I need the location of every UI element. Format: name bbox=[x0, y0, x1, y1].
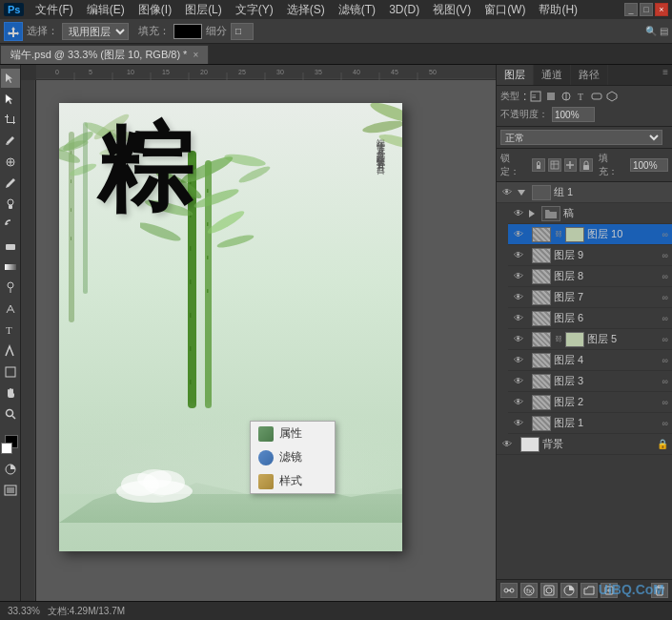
type-tool[interactable]: T bbox=[1, 320, 20, 340]
layer-row-5[interactable]: 👁 ⛓ 图层 5 ∞ bbox=[508, 329, 672, 350]
menu-help[interactable]: 帮助(H) bbox=[533, 1, 583, 19]
context-menu[interactable]: 属性 滤镜 样式 bbox=[250, 421, 336, 494]
restore-button[interactable]: □ bbox=[640, 3, 653, 16]
menu-window[interactable]: 窗口(W) bbox=[479, 1, 531, 19]
heal-tool[interactable] bbox=[1, 153, 20, 172]
layer-row-10[interactable]: 👁 ⛓ 图层 10 ∞ bbox=[508, 224, 672, 245]
layer-visibility-1[interactable]: 👁 bbox=[512, 417, 525, 430]
layer-visibility-3[interactable]: 👁 bbox=[512, 375, 525, 388]
paths-tab[interactable]: 路径 bbox=[571, 65, 608, 85]
new-group-button[interactable] bbox=[580, 583, 598, 598]
brush-tool[interactable] bbox=[1, 174, 20, 193]
lock-position-button[interactable] bbox=[564, 158, 578, 172]
kind-shape-icon[interactable] bbox=[591, 91, 602, 102]
svg-rect-66 bbox=[190, 313, 192, 318]
menu-type[interactable]: 文字(Y) bbox=[230, 1, 279, 19]
selection-tool[interactable] bbox=[1, 69, 20, 88]
new-layer-button[interactable] bbox=[601, 583, 618, 598]
doc-tab[interactable]: 端午.psd @ 33.3% (图层 10, RGB/8) * × bbox=[0, 45, 209, 64]
layer-visibility-gao[interactable]: 👁 bbox=[512, 207, 525, 220]
zoom-tool[interactable] bbox=[1, 404, 20, 424]
move-tool-icon[interactable] bbox=[4, 22, 23, 41]
layer-visibility-6[interactable]: 👁 bbox=[512, 312, 525, 325]
layer-row-1[interactable]: 👁 图层 1 ∞ bbox=[508, 413, 672, 434]
menu-file[interactable]: 文件(F) bbox=[30, 1, 78, 19]
dodge-tool[interactable] bbox=[1, 279, 20, 298]
canvas-area[interactable]: 0 5 10 15 20 25 30 35 40 bbox=[21, 65, 496, 601]
screen-mode-button[interactable] bbox=[1, 481, 20, 500]
lock-pixels-button[interactable] bbox=[532, 158, 545, 172]
shape-tool[interactable] bbox=[1, 362, 20, 382]
layer-visibility-bg[interactable]: 👁 bbox=[500, 438, 514, 451]
panel-menu-icon[interactable]: ≡ bbox=[659, 65, 672, 85]
color-swatch[interactable] bbox=[173, 24, 202, 39]
eraser-tool[interactable] bbox=[1, 237, 20, 256]
layer-row-6[interactable]: 👁 图层 6 ∞ bbox=[508, 308, 672, 329]
kind-smart-icon[interactable] bbox=[606, 91, 618, 102]
fill-input[interactable] bbox=[630, 158, 668, 172]
add-style-button[interactable]: fx bbox=[520, 583, 538, 598]
link-layers-button[interactable] bbox=[500, 583, 518, 598]
ctx-menu-properties[interactable]: 属性 bbox=[251, 422, 335, 445]
layer-visibility-9[interactable]: 👁 bbox=[512, 249, 525, 262]
close-button[interactable]: × bbox=[655, 3, 668, 16]
crop-tool[interactable] bbox=[1, 111, 20, 130]
new-fill-adjust-button[interactable] bbox=[560, 583, 578, 598]
hand-tool[interactable] bbox=[1, 383, 20, 403]
menu-select[interactable]: 选择(S) bbox=[281, 1, 331, 19]
add-mask-button[interactable] bbox=[540, 583, 558, 598]
layer-row-bg[interactable]: 👁 背景 🔒 bbox=[497, 434, 672, 455]
menu-view[interactable]: 视图(V) bbox=[427, 1, 477, 19]
menu-image[interactable]: 图像(I) bbox=[132, 1, 177, 19]
gradient-tool[interactable] bbox=[1, 258, 20, 277]
lock-all-button[interactable] bbox=[580, 158, 593, 172]
layer-row-2[interactable]: 👁 图层 2 ∞ bbox=[508, 392, 672, 413]
menu-edit[interactable]: 编辑(E) bbox=[81, 1, 131, 19]
document-canvas[interactable]: 粽 端午佳节龙舟竞渡粽叶飘香五月五日 bbox=[59, 103, 402, 551]
layer-visibility-8[interactable]: 👁 bbox=[512, 270, 525, 283]
lock-image-button[interactable] bbox=[548, 158, 561, 172]
layer-row-7[interactable]: 👁 图层 7 ∞ bbox=[508, 287, 672, 308]
eyedropper-tool[interactable] bbox=[1, 132, 20, 151]
layer-row-3[interactable]: 👁 图层 3 ∞ bbox=[508, 371, 672, 392]
foreground-color[interactable] bbox=[1, 435, 20, 454]
layer-visibility-group1[interactable]: 👁 bbox=[500, 186, 514, 199]
layers-tab[interactable]: 图层 bbox=[497, 65, 534, 85]
width-input[interactable] bbox=[231, 23, 254, 40]
menu-filter[interactable]: 滤镜(T) bbox=[333, 1, 381, 19]
search-icon[interactable]: 🔍 bbox=[645, 26, 657, 36]
fill-label: 填充： bbox=[599, 152, 627, 178]
layer-group-1[interactable]: 👁 组 1 bbox=[497, 182, 672, 203]
minimize-button[interactable]: _ bbox=[624, 3, 638, 16]
history-brush-tool[interactable] bbox=[1, 216, 20, 235]
layer-visibility-2[interactable]: 👁 bbox=[512, 396, 525, 409]
kind-pixel-icon[interactable] bbox=[545, 91, 557, 102]
layer-visibility-7[interactable]: 👁 bbox=[512, 291, 525, 304]
layer-visibility-10[interactable]: 👁 bbox=[512, 228, 525, 241]
layer-row-9[interactable]: 👁 图层 9 ∞ bbox=[508, 245, 672, 266]
kind-type-icon[interactable]: T bbox=[576, 91, 587, 102]
layer-visibility-4[interactable]: 👁 bbox=[512, 354, 525, 367]
channels-tab[interactable]: 通道 bbox=[534, 65, 571, 85]
blend-mode-select[interactable]: 正常 溶解 正片叠底 bbox=[500, 130, 662, 145]
quick-mask-button[interactable] bbox=[1, 460, 20, 479]
stamp-tool[interactable] bbox=[1, 195, 20, 214]
layer-row-8[interactable]: 👁 图层 8 ∞ bbox=[508, 266, 672, 287]
layer-visibility-5[interactable]: 👁 bbox=[512, 333, 525, 346]
kind-all-icon[interactable]: ≡ bbox=[530, 91, 541, 102]
menu-layer[interactable]: 图层(L) bbox=[179, 1, 228, 19]
layer-folder-gao[interactable]: 👁 稿 bbox=[508, 203, 672, 224]
pen-tool[interactable] bbox=[1, 300, 20, 319]
tab-close-button[interactable]: × bbox=[193, 50, 198, 60]
opacity-input[interactable] bbox=[552, 107, 595, 122]
delete-layer-button[interactable] bbox=[651, 583, 668, 598]
menu-3d[interactable]: 3D(D) bbox=[383, 2, 425, 17]
direct-select-tool[interactable] bbox=[1, 90, 20, 109]
path-select-tool[interactable] bbox=[1, 341, 20, 361]
select-dropdown[interactable]: 现用图层 bbox=[62, 23, 129, 40]
layer-row-4[interactable]: 👁 图层 4 ∞ bbox=[508, 350, 672, 371]
panel-toggle-icon[interactable]: ▤ bbox=[660, 26, 668, 36]
kind-adjust-icon[interactable] bbox=[560, 91, 572, 102]
ctx-menu-style[interactable]: 样式 bbox=[251, 469, 335, 493]
ctx-menu-filter[interactable]: 滤镜 bbox=[251, 445, 335, 469]
